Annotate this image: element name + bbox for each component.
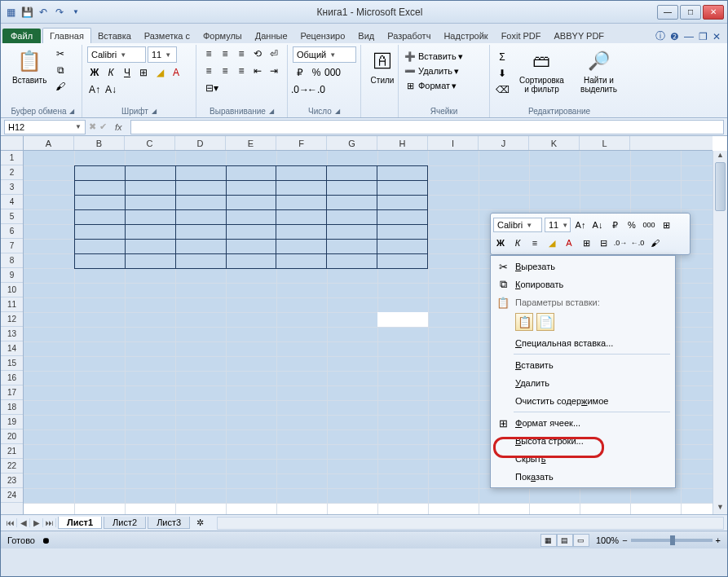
cm-paste-special[interactable]: Специальная вставка... [492, 334, 673, 352]
cm-show[interactable]: Показать [492, 468, 673, 486]
help-icon[interactable]: ❷ [670, 31, 679, 42]
row-header[interactable]: 22 [1, 459, 23, 473]
tab-formulas[interactable]: Формулы [196, 29, 249, 43]
row-header[interactable]: 5 [1, 209, 23, 224]
tab-addins[interactable]: Надстройк [437, 29, 494, 43]
row-header[interactable]: 18 [1, 400, 23, 415]
fill-icon[interactable]: ⬇ [495, 66, 510, 81]
mini-comma-icon[interactable]: 000 [642, 218, 656, 232]
merge-cells-icon[interactable]: ⊟▾ [201, 81, 223, 95]
scrollbar-thumb[interactable] [715, 162, 726, 211]
underline-button[interactable]: Ч [120, 65, 135, 80]
mini-percent-icon[interactable]: % [624, 218, 639, 232]
font-color-button[interactable]: A [169, 65, 183, 80]
mini-grow-font-icon[interactable]: A↑ [573, 218, 588, 232]
paste-button[interactable]: 📋 Вставить [9, 46, 50, 86]
save-icon[interactable]: 💾 [20, 6, 33, 19]
tab-review[interactable]: Рецензиро [294, 29, 352, 43]
row-header[interactable]: 15 [1, 356, 23, 371]
row-header[interactable]: 12 [1, 312, 23, 327]
zoom-slider[interactable] [631, 539, 713, 542]
align-right-icon[interactable]: ≡ [234, 64, 249, 78]
format-painter-icon[interactable]: 🖌 [53, 79, 68, 94]
row-header[interactable]: 21 [1, 444, 23, 459]
row-header[interactable]: 7 [1, 239, 23, 253]
row-header[interactable]: 16 [1, 371, 23, 385]
doc-close-icon[interactable]: ✕ [713, 31, 721, 42]
doc-restore-icon[interactable]: ❐ [699, 31, 708, 42]
mini-font-color-icon[interactable]: A [562, 236, 576, 250]
cm-format-cells[interactable]: ⊞Формат ячеек... [492, 414, 673, 432]
tab-home[interactable]: Главная [42, 28, 91, 43]
mini-italic-button[interactable]: К [510, 236, 525, 250]
row-header[interactable]: 4 [1, 195, 23, 209]
mini-currency-icon[interactable]: ₽ [607, 218, 622, 232]
cm-delete[interactable]: Удалить [492, 374, 673, 392]
sheet-tab-2[interactable]: Лист2 [104, 517, 146, 529]
row-header[interactable]: 17 [1, 385, 23, 400]
maximize-button[interactable]: □ [680, 5, 701, 20]
orientation-icon[interactable]: ⟲ [250, 46, 265, 61]
number-format-combo[interactable]: Общий▼ [293, 46, 356, 63]
mini-align-center-icon[interactable]: ≡ [527, 236, 542, 250]
zoom-in-button[interactable]: + [716, 535, 721, 545]
cancel-formula-icon[interactable]: ✖ [89, 121, 96, 132]
vertical-scrollbar[interactable]: ▲ ▼ [713, 151, 727, 514]
autosum-icon[interactable]: Σ [495, 50, 510, 64]
mini-fill-icon[interactable]: ◢ [545, 236, 559, 250]
col-header[interactable]: B [74, 136, 125, 150]
col-header[interactable]: D [175, 136, 226, 150]
align-middle-icon[interactable]: ≡ [218, 46, 232, 61]
macro-record-icon[interactable]: ⏺ [42, 535, 51, 545]
mini-font-combo[interactable]: Calibri▼ [493, 218, 542, 232]
grow-font-icon[interactable]: A↑ [87, 82, 102, 97]
font-name-combo[interactable]: Calibri▼ [87, 46, 146, 63]
cells-delete-button[interactable]: ➖Удалить ▾ [404, 64, 459, 77]
paste-option-1-icon[interactable]: 📋 [515, 313, 533, 331]
row-headers[interactable]: 123456789101112131415161718192021222324 [1, 151, 24, 514]
dialog-launcher-icon[interactable]: ◢ [335, 108, 340, 115]
increase-decimal-icon[interactable]: .0→ [293, 82, 307, 97]
col-header[interactable]: K [529, 136, 580, 150]
sheet-tab-3[interactable]: Лист3 [148, 517, 190, 529]
increase-indent-icon[interactable]: ⇥ [267, 64, 281, 78]
borders-button[interactable]: ⊞ [136, 65, 151, 80]
font-size-combo[interactable]: 11▼ [148, 46, 177, 63]
mini-format-painter-icon[interactable]: 🖌 [647, 236, 662, 250]
fx-button[interactable]: fx [110, 122, 127, 132]
cm-hide[interactable]: Скрыть [492, 450, 673, 468]
formula-input[interactable] [130, 120, 724, 134]
mini-inc-decimal-icon[interactable]: .0→ [613, 236, 628, 250]
row-header[interactable]: 3 [1, 180, 23, 195]
decrease-indent-icon[interactable]: ⇤ [250, 64, 265, 78]
column-headers[interactable]: ABCDEFGHIJKL [24, 136, 713, 151]
find-select-button[interactable]: 🔎 Найти и выделить [574, 46, 624, 95]
scroll-up-icon[interactable]: ▲ [713, 151, 727, 162]
mini-shrink-font-icon[interactable]: A↓ [590, 218, 605, 232]
ribbon-minimize-icon[interactable]: ⓘ [655, 29, 665, 43]
name-box[interactable]: H12▼ [4, 120, 86, 134]
row-header[interactable]: 14 [1, 341, 23, 356]
shrink-font-icon[interactable]: A↓ [104, 82, 118, 97]
tab-insert[interactable]: Вставка [91, 29, 138, 43]
row-header[interactable]: 8 [1, 253, 23, 268]
col-header[interactable]: C [125, 136, 175, 150]
row-header[interactable]: 1 [1, 151, 23, 165]
currency-icon[interactable]: ₽ [293, 65, 307, 80]
cm-copy[interactable]: ⧉Копировать [492, 275, 673, 293]
col-header[interactable]: H [377, 136, 428, 150]
tab-layout[interactable]: Разметка с [138, 29, 196, 43]
row-header[interactable]: 2 [1, 165, 23, 180]
col-header[interactable]: L [580, 136, 630, 150]
view-buttons[interactable]: ▦▤▭ [540, 534, 589, 547]
comma-icon[interactable]: 000 [325, 65, 340, 80]
doc-minimize-icon[interactable]: — [684, 31, 694, 42]
cm-clear[interactable]: Очистить содержимое [492, 392, 673, 410]
cm-cut[interactable]: ✂Вырезать [492, 258, 673, 275]
col-header[interactable]: I [428, 136, 479, 150]
mini-size-combo[interactable]: 11▼ [545, 218, 571, 232]
select-all-button[interactable] [1, 136, 24, 151]
row-header[interactable]: 20 [1, 429, 23, 444]
minimize-button[interactable]: — [657, 5, 678, 20]
mini-dec-decimal-icon[interactable]: ←.0 [630, 236, 645, 250]
